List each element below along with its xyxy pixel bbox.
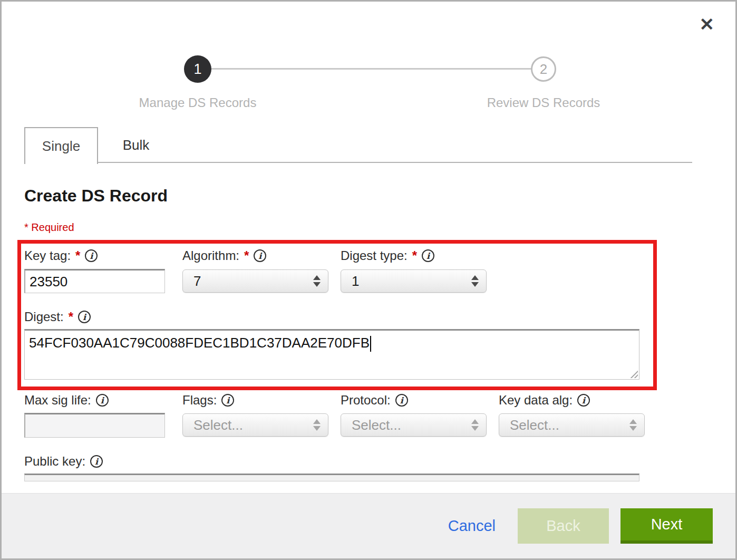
step-label-manage-ds-records: Manage DS Records [113,95,282,110]
key-data-alg-label: Key data alg: i [499,393,590,408]
flags-select[interactable]: Select... [182,413,328,437]
algorithm-select[interactable]: 7 [182,269,328,293]
key-tag-input[interactable] [24,269,165,293]
create-ds-record-modal: { "modal": { "close_icon": "✕", "stepper… [0,0,737,560]
select-arrows-icon [313,419,321,431]
required-asterisk: * [75,248,80,263]
step-indicator-1: 1 [184,55,211,83]
info-icon[interactable]: i [254,249,266,262]
info-icon[interactable]: i [85,249,98,262]
select-arrows-icon [313,275,321,287]
select-arrows-icon [471,419,479,431]
footer-bar: Cancel Back Next [2,493,735,558]
digest-type-select[interactable]: 1 [341,269,487,293]
algorithm-label: Algorithm: * i [182,248,266,263]
tab-bulk[interactable]: Bulk [99,127,173,163]
text-cursor [370,336,371,352]
public-key-label-text: Public key: [24,454,85,469]
info-icon[interactable]: i [90,455,103,468]
required-asterisk: * [244,248,249,263]
flags-select-value: Select... [193,417,243,433]
info-icon[interactable]: i [221,394,234,407]
max-sig-life-label-text: Max sig life: [24,393,91,408]
stepper-connector-line [211,68,532,70]
protocol-select[interactable]: Select... [341,413,487,437]
required-note: * Required [24,221,74,234]
public-key-label: Public key: i [24,454,103,469]
digest-label-text: Digest: [24,310,64,324]
resize-handle-icon[interactable] [628,369,638,378]
tab-single[interactable]: Single [24,127,98,164]
step-indicator-2: 2 [531,56,556,82]
key-data-alg-select[interactable]: Select... [499,413,645,437]
info-icon[interactable]: i [395,394,408,407]
select-arrows-icon [629,419,637,431]
digest-textarea[interactable]: 54FCF030AA1C79C0088FDEC1BD1C37DAA2E70DFB [24,329,639,380]
algorithm-label-text: Algorithm: [182,248,239,263]
cancel-button[interactable]: Cancel [448,517,496,535]
page-title: Create DS Record [24,186,168,206]
digest-type-label-text: Digest type: [341,248,408,263]
digest-value: 54FCF030AA1C79C0088FDEC1BD1C37DAA2E70DFB [29,335,370,351]
back-button[interactable]: Back [518,508,609,544]
select-arrows-icon [471,275,479,287]
info-icon[interactable]: i [577,394,590,407]
info-icon[interactable]: i [78,311,91,323]
close-icon[interactable]: ✕ [700,15,715,33]
step-label-review-ds-records: Review DS Records [459,95,628,110]
digest-label: Digest: * i [24,310,91,324]
digest-type-label: Digest type: * i [341,248,434,263]
info-icon[interactable]: i [422,249,434,262]
flags-label: Flags: i [182,393,234,408]
flags-label-text: Flags: [182,393,217,408]
next-button[interactable]: Next [620,508,713,544]
algorithm-select-value: 7 [193,273,201,289]
key-tag-label-text: Key tag: [24,248,71,263]
public-key-textarea[interactable] [24,474,639,481]
key-data-alg-select-value: Select... [510,417,559,433]
protocol-label-text: Protocol: [341,393,391,408]
info-icon[interactable]: i [96,394,109,407]
required-asterisk: * [412,248,417,263]
digest-type-select-value: 1 [352,273,359,289]
key-tag-label: Key tag: * i [24,248,98,263]
max-sig-life-label: Max sig life: i [24,393,109,408]
protocol-select-value: Select... [352,417,401,433]
key-data-alg-label-text: Key data alg: [499,393,573,408]
required-asterisk: * [69,310,73,324]
max-sig-life-input[interactable] [24,413,165,438]
protocol-label: Protocol: i [341,393,408,408]
